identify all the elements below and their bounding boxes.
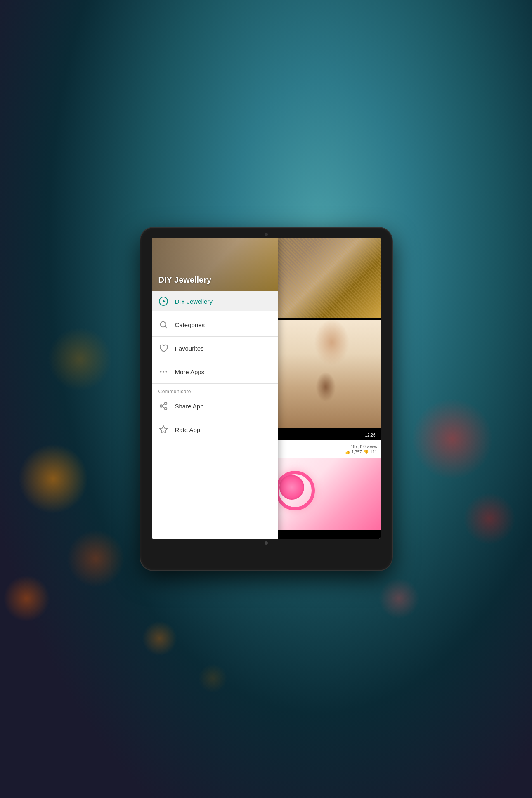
- likes-row: 👍 1,757 👎 111: [345, 450, 377, 454]
- drawer-item-rate-app[interactable]: Rate App: [152, 420, 278, 439]
- drawer-item-favourites[interactable]: Favourites: [152, 338, 278, 358]
- screen: # ▾ ▮ 12:16 am: [152, 238, 381, 539]
- divider-5: [152, 418, 278, 418]
- navigation-drawer[interactable]: DIY Jewellery DIY Jewellery: [152, 238, 278, 539]
- svg-line-10: [162, 406, 164, 408]
- search-icon: [158, 320, 168, 330]
- star-icon: [158, 425, 168, 434]
- drawer-item-more-apps[interactable]: More Apps: [152, 362, 278, 382]
- thumbs-up-icon: 👍: [345, 450, 350, 454]
- thumbs-down-icon: 👎: [364, 450, 369, 454]
- drawer-item-label-diy: DIY Jewellery: [175, 298, 213, 305]
- divider-1: [152, 313, 278, 313]
- main-content: 12:26 167,810 views 👍 1,757 👎 111: [152, 238, 381, 539]
- dislikes-count: 111: [370, 450, 377, 454]
- svg-point-9: [164, 408, 167, 410]
- divider-4: [152, 383, 278, 384]
- drawer-item-label-categories: Categories: [175, 321, 205, 328]
- tablet-device: # ▾ ▮ 12:16 am: [140, 228, 392, 570]
- drawer-header: DIY Jewellery: [152, 238, 278, 291]
- drawer-item-label-rate: Rate App: [175, 426, 201, 433]
- play-icon: [158, 296, 168, 306]
- video-timestamp: 12:26: [363, 432, 377, 438]
- drawer-item-share-app[interactable]: Share App: [152, 396, 278, 416]
- svg-line-11: [162, 404, 164, 406]
- home-dot: [265, 541, 268, 545]
- svg-point-7: [164, 402, 167, 405]
- drawer-item-label-favourites: Favourites: [175, 345, 204, 352]
- divider-3: [152, 360, 278, 360]
- svg-marker-12: [159, 426, 167, 433]
- drawer-body: DIY Jewellery Categories: [152, 291, 278, 539]
- svg-line-3: [165, 326, 167, 328]
- camera: [265, 233, 268, 236]
- drawer-item-categories[interactable]: Categories: [152, 315, 278, 335]
- likes-count: 1,757: [352, 450, 362, 454]
- drawer-title: DIY Jewellery: [158, 275, 212, 285]
- drawer-item-label-share: Share App: [175, 403, 204, 410]
- communicate-section-label: Communicate: [152, 385, 278, 396]
- drawer-item-diy-jewellery[interactable]: DIY Jewellery: [152, 291, 278, 311]
- views-count: 167,810 views: [351, 444, 377, 449]
- share-icon: [158, 401, 168, 411]
- divider-2: [152, 336, 278, 337]
- heart-icon: [158, 343, 168, 353]
- dots-icon: [158, 367, 168, 377]
- svg-marker-1: [163, 300, 165, 302]
- svg-point-4: [160, 371, 161, 373]
- svg-point-6: [165, 371, 167, 373]
- svg-point-8: [160, 405, 162, 407]
- svg-point-5: [163, 371, 164, 373]
- tablet-frame: # ▾ ▮ 12:16 am: [140, 228, 392, 570]
- drawer-item-label-more-apps: More Apps: [175, 368, 205, 375]
